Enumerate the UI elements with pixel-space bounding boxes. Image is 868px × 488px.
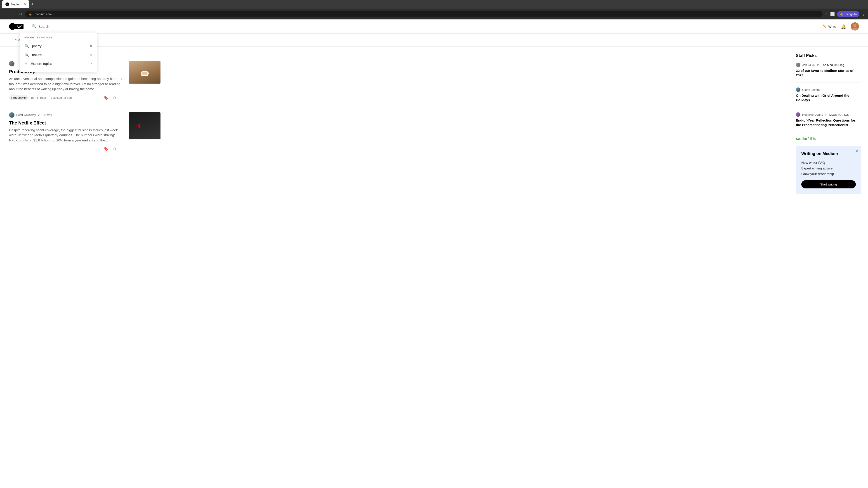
article-excerpt-1: An unconventional and compassionate guid… bbox=[9, 76, 124, 92]
logo-circles bbox=[9, 23, 24, 30]
search-bar[interactable]: 🔍 bbox=[29, 22, 83, 31]
incognito-label: Incognito bbox=[845, 12, 857, 16]
tab-title: Medium bbox=[11, 3, 21, 6]
remove-search-poetry[interactable]: ✕ bbox=[90, 44, 92, 48]
explore-icon: ◎ bbox=[24, 61, 28, 66]
split-button[interactable]: ⬜ bbox=[830, 12, 835, 16]
back-button[interactable]: ← bbox=[3, 11, 8, 17]
writing-card-title: Writing on Medium bbox=[801, 151, 856, 156]
staff-author-1: Jon Gluck bbox=[802, 63, 815, 67]
read-time-1: 15 min read bbox=[31, 96, 46, 99]
nav-right: ✏️ Write 🔔 bbox=[823, 22, 859, 31]
staff-avatar-1 bbox=[796, 63, 800, 67]
start-writing-button[interactable]: Start writing bbox=[801, 180, 856, 188]
write-button[interactable]: ✏️ Write bbox=[823, 24, 836, 29]
article-image-1 bbox=[129, 61, 160, 84]
article-tag-1[interactable]: Productivity bbox=[9, 95, 29, 100]
address-input[interactable]: 🔒 medium.com bbox=[25, 11, 823, 17]
bookmark-button[interactable]: ☆ bbox=[825, 12, 828, 16]
medium-app: 🔍 RECENT SEARCHES 🔍 poetry ✕ 🔍 nature ✕ bbox=[0, 20, 868, 478]
staff-pick-2: Glenn Jeffers On Dealing with Grief Arou… bbox=[796, 88, 861, 107]
verified-badge-2: ✓ bbox=[38, 113, 40, 117]
search-icon: 🔍 bbox=[32, 24, 37, 29]
incognito-badge: 🕵 Incognito bbox=[837, 11, 860, 17]
search-history-item-nature[interactable]: 🔍 nature ✕ bbox=[20, 51, 97, 59]
tab-bar: M Medium ✕ + bbox=[0, 0, 868, 8]
more-options-1[interactable]: ··· bbox=[119, 94, 124, 101]
staff-pub-3: ILLUMINATION bbox=[829, 113, 849, 116]
refresh-button[interactable]: ↻ bbox=[18, 11, 23, 17]
search-term-nature: nature bbox=[32, 53, 87, 57]
sidebar: Staff Picks Jon Gluck in The Medium Blog… bbox=[789, 46, 868, 201]
staff-in-3: in bbox=[825, 113, 827, 116]
writing-card-close-button[interactable]: ✕ bbox=[856, 149, 859, 153]
logo-m-shape bbox=[15, 24, 24, 29]
user-avatar[interactable] bbox=[851, 22, 859, 31]
less-like-this-1[interactable]: ⊖ bbox=[112, 94, 117, 101]
forward-button[interactable]: → bbox=[10, 11, 16, 17]
staff-pick-3: Rochelle Deans in ILLUMINATION End-of-Ye… bbox=[796, 112, 861, 132]
staff-pick-title-3[interactable]: End-of-Year Reflection Questions for the… bbox=[796, 118, 861, 127]
staff-pick-title-1[interactable]: 32 of our favorite Medium stories of 202… bbox=[796, 68, 861, 77]
medium-logo[interactable] bbox=[9, 23, 24, 30]
writing-link-faq[interactable]: New writer FAQ bbox=[801, 160, 856, 165]
article-meta-1: Productivity 15 min read · Selected for … bbox=[9, 94, 124, 101]
staff-pub-1: The Medium Blog bbox=[821, 63, 844, 67]
search-history-icon: 🔍 bbox=[24, 44, 29, 48]
search-term-poetry: poetry bbox=[32, 44, 87, 48]
topic-pills: Education Productivity Business › bbox=[0, 34, 868, 46]
search-history-item-poetry[interactable]: 🔍 poetry ✕ bbox=[20, 41, 97, 51]
staff-author-row-1: Jon Gluck in The Medium Blog bbox=[796, 63, 861, 67]
active-tab[interactable]: M Medium ✕ bbox=[2, 0, 29, 8]
svg-point-1 bbox=[853, 24, 857, 27]
meta-dot-1: · bbox=[48, 96, 49, 99]
article-image-2: N bbox=[129, 112, 160, 139]
staff-avatar-3 bbox=[796, 112, 800, 117]
writing-link-readership[interactable]: Grow your readership bbox=[801, 171, 856, 177]
write-pencil-icon: ✏️ bbox=[823, 24, 827, 29]
staff-author-3: Rochelle Deans bbox=[802, 113, 823, 116]
staff-pick-title-2[interactable]: On Dealing with Grief Around the Holiday… bbox=[796, 93, 861, 102]
search-input[interactable] bbox=[38, 25, 79, 29]
less-like-this-2[interactable]: ⊖ bbox=[112, 145, 117, 152]
writing-link-advice[interactable]: Expert writing advice bbox=[801, 165, 856, 171]
author-name-2: Scott Galloway bbox=[16, 113, 36, 117]
article-card-2: Scott Galloway ✓ · Nov 3 The Netflix Eff… bbox=[9, 107, 160, 158]
bookmark-article-2[interactable]: 🔖 bbox=[103, 145, 110, 152]
article-title-2[interactable]: The Netflix Effect bbox=[9, 120, 124, 126]
address-bar-row: ← → ↻ 🔒 medium.com ☆ ⬜ 🕵 Incognito ⋮ bbox=[0, 8, 868, 20]
bookmark-article-1[interactable]: 🔖 bbox=[103, 94, 110, 101]
article-actions-1: 🔖 ⊖ ··· bbox=[103, 94, 124, 101]
menu-button[interactable]: ⋮ bbox=[862, 12, 865, 16]
staff-avatar-2 bbox=[796, 88, 800, 92]
staff-pick-1: Jon Gluck in The Medium Blog 32 of our f… bbox=[796, 63, 861, 83]
explore-arrow-icon: ↗ bbox=[90, 62, 92, 65]
more-options-2[interactable]: ··· bbox=[119, 146, 124, 152]
staff-author-row-3: Rochelle Deans in ILLUMINATION bbox=[796, 112, 861, 117]
url-display: medium.com bbox=[35, 12, 52, 16]
article-content-2: Scott Galloway ✓ · Nov 3 The Netflix Eff… bbox=[9, 112, 124, 153]
browser-actions: ☆ ⬜ 🕵 Incognito ⋮ bbox=[825, 11, 865, 17]
write-label: Write bbox=[828, 25, 836, 29]
main-layout: Productivity An unconventional and compa… bbox=[0, 46, 868, 201]
svg-point-6 bbox=[142, 72, 147, 75]
notification-button[interactable]: 🔔 bbox=[841, 24, 846, 29]
tab-close-button[interactable]: ✕ bbox=[24, 3, 26, 6]
explore-topics-item[interactable]: ◎ Explore topics ↗ bbox=[20, 59, 97, 68]
search-dropdown: RECENT SEARCHES 🔍 poetry ✕ 🔍 nature ✕ ◎ … bbox=[20, 33, 97, 72]
lock-icon: 🔒 bbox=[29, 12, 32, 15]
staff-in-1: in bbox=[817, 63, 819, 67]
recent-searches-label: RECENT SEARCHES bbox=[20, 36, 97, 41]
explore-topics-label: Explore topics bbox=[31, 62, 87, 66]
author-avatar-1 bbox=[9, 61, 14, 66]
article-actions-2: 🔖 ⊖ ··· bbox=[103, 145, 124, 152]
tab-favicon: M bbox=[5, 2, 9, 6]
author-avatar-2 bbox=[9, 112, 14, 118]
remove-search-nature[interactable]: ✕ bbox=[90, 53, 92, 57]
search-container: 🔍 RECENT SEARCHES 🔍 poetry ✕ 🔍 nature ✕ bbox=[29, 22, 83, 31]
staff-picks: Staff Picks Jon Gluck in The Medium Blog… bbox=[796, 53, 861, 140]
staff-author-2: Glenn Jeffers bbox=[802, 88, 819, 92]
see-full-list-link[interactable]: See the full list bbox=[796, 137, 861, 140]
article-date-2: Nov 3 bbox=[44, 113, 52, 117]
new-tab-button[interactable]: + bbox=[31, 2, 34, 7]
